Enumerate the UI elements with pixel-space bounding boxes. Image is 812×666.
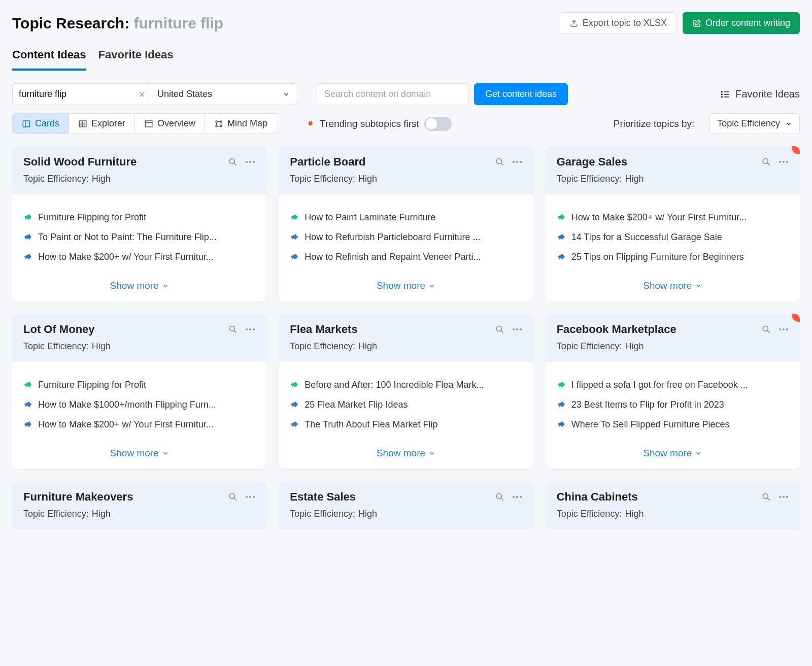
- headline-item[interactable]: How to Paint Laminate Furniture: [290, 208, 522, 227]
- search-icon[interactable]: [228, 324, 238, 335]
- svg-point-25: [249, 161, 251, 163]
- svg-point-55: [249, 496, 251, 498]
- headline-text: 14 Tips for a Successful Garage Sale: [571, 232, 722, 243]
- favorite-ideas-link[interactable]: Favorite Ideas: [720, 88, 800, 100]
- headline-item[interactable]: How to Refurbish Particleboard Furniture…: [290, 227, 522, 247]
- headline-item[interactable]: 23 Best Items to Flip for Profit in 2023: [557, 395, 789, 415]
- tab-favorite-ideas[interactable]: Favorite Ideas: [98, 48, 173, 71]
- megaphone-icon: [23, 400, 32, 409]
- more-icon[interactable]: [245, 160, 255, 163]
- headline-item[interactable]: 14 Tips for a Successful Garage Sale: [557, 227, 789, 247]
- order-button[interactable]: Order content writing: [683, 12, 800, 34]
- headline-item[interactable]: How to Make $1000+/month Flipping Furn..…: [23, 395, 255, 415]
- svg-point-56: [253, 496, 255, 498]
- megaphone-icon: [290, 380, 298, 389]
- more-icon[interactable]: [779, 328, 789, 331]
- headline-item[interactable]: Before and After: 100 Incredible Flea Ma…: [290, 375, 522, 395]
- megaphone-icon: [290, 400, 298, 409]
- chevron-down-icon: [283, 91, 290, 98]
- megaphone-icon: [23, 380, 32, 389]
- upload-icon: [569, 19, 579, 28]
- megaphone-icon: [557, 400, 565, 409]
- svg-point-14: [216, 121, 217, 122]
- svg-point-52: [230, 493, 235, 498]
- search-icon[interactable]: [761, 492, 771, 502]
- efficiency-label: Topic Efficiency:High: [23, 509, 255, 519]
- headline-item[interactable]: Where To Sell Flipped Furniture Pieces: [557, 415, 789, 435]
- search-icon[interactable]: [495, 324, 505, 335]
- headline-item[interactable]: I flipped a sofa I got for free on Faceb…: [557, 375, 789, 395]
- view-cards[interactable]: Cards: [13, 114, 69, 134]
- megaphone-icon: [290, 232, 298, 241]
- show-more-link[interactable]: Show more: [12, 271, 266, 302]
- chevron-down-icon: [428, 450, 435, 457]
- view-mindmap[interactable]: Mind Map: [205, 114, 277, 134]
- svg-point-62: [763, 493, 768, 498]
- show-more-link[interactable]: Show more: [12, 439, 266, 469]
- megaphone-icon: [290, 213, 298, 221]
- headline-item[interactable]: To Paint or Not to Paint: The Furniture …: [23, 227, 255, 247]
- more-icon[interactable]: [512, 328, 522, 331]
- search-icon[interactable]: [495, 492, 505, 502]
- headline-item[interactable]: Furniture Flipping for Profit: [23, 208, 255, 227]
- topic-card: Solid Wood Furniture Topic Efficiency:Hi…: [12, 146, 266, 302]
- svg-point-37: [230, 326, 235, 331]
- search-icon[interactable]: [228, 157, 238, 167]
- headline-text: Furniture Flipping for Profit: [38, 212, 146, 223]
- clear-icon[interactable]: ✕: [139, 89, 145, 99]
- topic-card: Facebook Marketplace Topic Efficiency:Hi…: [546, 314, 800, 469]
- more-icon[interactable]: [779, 160, 789, 163]
- svg-point-16: [216, 125, 217, 127]
- prioritize-label: Prioritize topics by:: [614, 118, 694, 129]
- country-select[interactable]: United States: [150, 83, 297, 105]
- chevron-down-icon: [162, 282, 169, 289]
- show-more-link[interactable]: Show more: [279, 439, 533, 469]
- svg-point-4: [722, 94, 723, 95]
- svg-point-44: [513, 328, 515, 330]
- svg-point-26: [253, 161, 255, 163]
- headline-text: How to Make $200+ w/ Your First Furnitur…: [571, 212, 747, 223]
- headline-item[interactable]: How to Make $200+ w/ Your First Furnitur…: [23, 247, 255, 267]
- show-more-link[interactable]: Show more: [546, 439, 800, 469]
- tab-content-ideas[interactable]: Content Ideas: [12, 48, 86, 71]
- show-more-link[interactable]: Show more: [279, 271, 533, 302]
- search-icon[interactable]: [761, 324, 771, 335]
- mindmap-icon: [214, 119, 223, 128]
- headline-item[interactable]: 25 Tips on Flipping Furniture for Beginn…: [557, 247, 789, 267]
- search-icon[interactable]: [495, 157, 505, 167]
- headline-item[interactable]: 25 Flea Market Flip Ideas: [290, 395, 522, 415]
- export-button[interactable]: Export topic to XLSX: [560, 12, 676, 34]
- domain-input[interactable]: [317, 83, 469, 105]
- svg-point-59: [513, 496, 515, 498]
- keyword-input[interactable]: [12, 83, 150, 105]
- headline-text: How to Refurbish Particleboard Furniture…: [304, 232, 480, 243]
- prioritize-select[interactable]: Topic Efficiency: [709, 113, 800, 134]
- trending-toggle[interactable]: [424, 117, 452, 131]
- headline-item[interactable]: How to Make $200+ w/ Your First Furnitur…: [557, 208, 789, 227]
- headline-item[interactable]: How to Refinish and Repaint Veneer Parti…: [290, 247, 522, 267]
- more-icon[interactable]: [512, 495, 522, 498]
- search-icon[interactable]: [228, 492, 238, 502]
- get-ideas-button[interactable]: Get content ideas: [474, 83, 568, 105]
- megaphone-icon: [23, 252, 32, 261]
- headline-text: Before and After: 100 Incredible Flea Ma…: [304, 380, 484, 390]
- view-explorer[interactable]: Explorer: [69, 114, 135, 134]
- title-query: furniture flip: [134, 15, 224, 31]
- table-icon: [78, 119, 87, 128]
- view-overview[interactable]: Overview: [135, 114, 205, 134]
- headline-item[interactable]: The Truth About Flea Market Flip: [290, 415, 522, 435]
- more-icon[interactable]: [245, 495, 255, 498]
- headline-item[interactable]: Furniture Flipping for Profit: [23, 375, 255, 395]
- more-icon[interactable]: [512, 160, 522, 163]
- svg-line-48: [767, 330, 770, 333]
- headline-item[interactable]: How to Make $200+ w/ Your First Furnitur…: [23, 415, 255, 435]
- more-icon[interactable]: [245, 328, 255, 331]
- chevron-down-icon: [785, 120, 792, 127]
- search-icon[interactable]: [761, 157, 771, 167]
- more-icon[interactable]: [779, 495, 789, 498]
- card-title: China Cabinets: [557, 490, 638, 504]
- svg-point-22: [230, 158, 235, 163]
- headline-text: Furniture Flipping for Profit: [38, 380, 146, 390]
- show-more-link[interactable]: Show more: [546, 271, 800, 302]
- card-title: Solid Wood Furniture: [23, 155, 137, 169]
